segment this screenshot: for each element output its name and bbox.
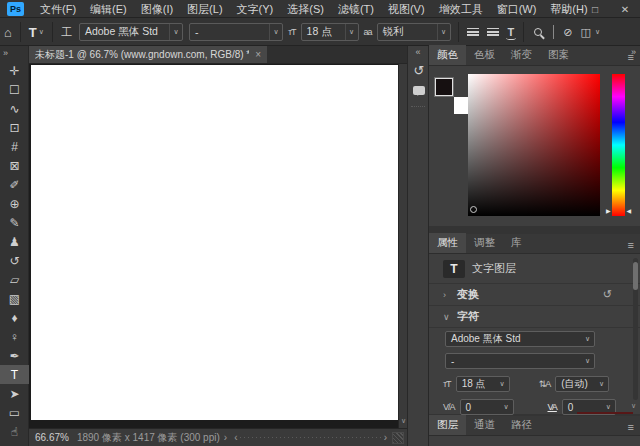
brush-tool[interactable]: ✎ [0,213,29,232]
status-chevron-icon[interactable]: › [224,432,227,443]
chevron-down-icon[interactable]: ∨ [437,24,450,40]
panel-menu-icon[interactable]: ≡ [628,421,634,433]
tab-libraries[interactable]: 库 [503,233,530,253]
font-size-select[interactable]: 18 点 ∨ [301,23,359,41]
collapse-dock-icon[interactable]: » [631,47,636,57]
spot-healing-brush-tool[interactable]: ⊕ [0,194,29,213]
foreground-color-swatch[interactable] [435,78,453,96]
type-tool-preset[interactable]: T ∨ [25,25,48,40]
tab-channels[interactable]: 通道 [466,415,503,435]
rectangular-marquee-tool[interactable]: ☐ [0,80,29,99]
vertical-scrollbar[interactable]: ∨ [398,64,407,428]
cancel-circle-icon[interactable]: ⊘ [559,26,576,39]
comments-panel-icon[interactable] [408,80,430,100]
tab-close-icon[interactable]: × [255,49,261,60]
tab-gradients[interactable]: 渐变 [503,45,540,65]
menu-select[interactable]: 选择(S) [280,0,331,18]
scrollbar-track[interactable] [240,437,380,438]
gradient-tool[interactable]: ▧ [0,289,29,308]
minimize-icon[interactable]: – [558,4,572,15]
history-panel-icon[interactable]: ↺ [408,60,430,80]
tab-paths[interactable]: 路径 [503,415,540,435]
chevron-down-icon[interactable]: ∨ [500,403,513,411]
color-selector-ring[interactable] [470,206,477,213]
rectangle-tool[interactable]: ▭ [0,403,29,422]
chevron-down-icon[interactable]: ∨ [496,380,509,388]
close-icon[interactable]: ✕ [618,4,632,15]
chevron-down-icon[interactable]: ∨ [581,335,594,343]
warp-text-icon[interactable]: T [508,26,515,38]
scroll-right-icon[interactable]: › [381,432,390,443]
tab-swatches[interactable]: 色板 [466,45,503,65]
eyedropper-tool[interactable]: ✐ [0,175,29,194]
chevron-down-icon[interactable]: ∨ [595,380,608,388]
transform-section-header[interactable]: › 变换 ↺ [429,284,640,306]
menu-edit[interactable]: 编辑(E) [83,0,134,18]
resize-gripper[interactable] [392,432,404,444]
scrollbar-thumb[interactable] [633,262,638,290]
chevron-down-icon[interactable]: ∨ [169,24,182,40]
clone-stamp-tool[interactable]: ♟ [0,232,29,251]
blur-tool[interactable]: ♦ [0,308,29,327]
menu-window[interactable]: 窗口(W) [490,0,544,18]
tab-adjustments[interactable]: 调整 [466,233,503,253]
tab-layers[interactable]: 图层 [429,415,466,435]
menu-layer[interactable]: 图层(L) [180,0,229,18]
saturation-brightness-field[interactable] [468,74,600,216]
align-left-icon[interactable] [467,28,479,37]
leading-select[interactable]: (自动) ∨ [555,376,609,392]
dodge-tool[interactable]: ♀ [0,327,29,346]
menu-type[interactable]: 文字(Y) [230,0,281,18]
chevron-down-icon[interactable]: ∨ [595,28,600,36]
tab-color[interactable]: 颜色 [429,45,466,65]
history-brush-tool[interactable]: ↺ [0,251,29,270]
chevron-down-icon[interactable]: ∨ [581,357,594,365]
type-tool[interactable]: T [0,365,29,384]
char-font-family-select[interactable]: Adobe 黑体 Std ∨ [445,331,595,347]
char-font-style-select[interactable]: - ∨ [445,353,595,369]
panel-menu-icon[interactable]: ≡ [628,239,634,251]
menu-plugins[interactable]: 增效工具 [432,0,490,18]
home-icon[interactable]: ⌂ [0,25,16,40]
font-family-select[interactable]: Adobe 黑体 Std ∨ [79,23,183,41]
chevron-down-icon[interactable]: ∨ [602,403,615,411]
zoom-level[interactable]: 66.67% [35,432,69,443]
document-tab[interactable]: 未标题-1 @ 66.7% (www.gndown.com, RGB/8) * … [29,46,267,63]
character-section-header[interactable]: ∨ 字符 [429,306,640,328]
menu-filter[interactable]: 滤镜(T) [331,0,381,18]
expand-panels-icon[interactable]: « [408,46,428,60]
properties-scrollbar[interactable]: ∨ [633,258,638,400]
object-selection-tool[interactable]: ⊡ [0,118,29,137]
menu-image[interactable]: 图像(I) [134,0,180,18]
scroll-down-icon[interactable]: ∨ [631,402,636,410]
tab-properties[interactable]: 属性 [429,233,466,253]
menu-file[interactable]: 文件(F) [33,0,83,18]
kerning-select[interactable]: 0 ∨ [460,399,514,415]
chevron-down-icon[interactable]: ∨ [269,24,282,40]
lasso-tool[interactable]: ∿ [0,99,29,118]
hand-tool[interactable]: ☝ [0,422,29,441]
font-style-select[interactable]: - ∨ [189,23,283,41]
text-orientation-icon[interactable]: 工 [57,25,76,40]
maximize-icon[interactable]: □ [588,4,602,15]
scroll-left-icon[interactable]: ‹ [231,432,240,443]
chevron-down-icon[interactable]: ∨ [345,24,358,40]
canvas[interactable] [31,65,398,420]
char-size-select[interactable]: 18 点 ∨ [456,376,510,392]
eraser-tool[interactable]: ▱ [0,270,29,289]
crop-tool[interactable]: # [0,137,29,156]
horizontal-scrollbar[interactable]: ‹ › [231,429,390,446]
frame-tool[interactable]: ⊠ [0,156,29,175]
toolbar-expand-icon[interactable]: » [0,46,28,61]
path-selection-tool[interactable]: ➤ [0,384,29,403]
anti-alias-select[interactable]: 锐利 ∨ [377,23,451,41]
menu-view[interactable]: 视图(V) [381,0,432,18]
pen-tool[interactable]: ✒ [0,346,29,365]
reset-transform-icon[interactable]: ↺ [603,288,612,301]
move-tool[interactable]: ✛ [0,61,29,80]
tab-patterns[interactable]: 图案 [540,45,577,65]
hue-slider[interactable]: ▶ ◀ [612,74,625,216]
panel-toggle-icon[interactable]: ◫ [577,26,595,39]
search-icon[interactable] [534,28,542,36]
align-center-icon[interactable] [487,28,499,37]
